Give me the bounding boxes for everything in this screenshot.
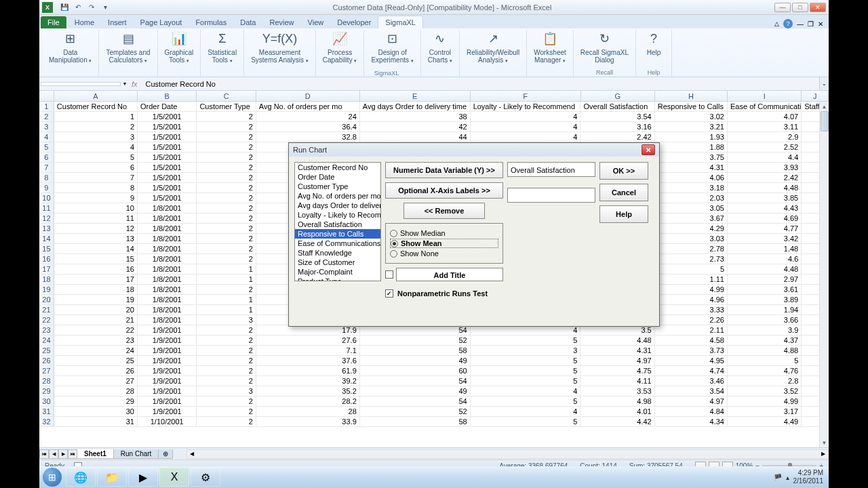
- tab-view[interactable]: View: [301, 16, 331, 28]
- cell[interactable]: 4.95: [655, 356, 728, 365]
- cell[interactable]: 4.48: [728, 183, 802, 192]
- listbox-item[interactable]: Customer Record No: [295, 163, 380, 172]
- cell[interactable]: 3.85: [728, 193, 802, 203]
- tab-sigmaxl[interactable]: SigmaXL: [378, 16, 423, 28]
- tab-formulas[interactable]: Formulas: [189, 16, 233, 28]
- ribbon-button[interactable]: Y=f(X)MeasurementSystems Analysis ▾: [248, 30, 311, 65]
- cell[interactable]: 4.01: [580, 407, 654, 416]
- cell[interactable]: 4.49: [728, 417, 802, 426]
- cell[interactable]: 4.48: [728, 264, 802, 274]
- ribbon-button[interactable]: 📈ProcessCapability ▾: [320, 30, 360, 65]
- cell[interactable]: 3.54: [580, 112, 654, 121]
- cell[interactable]: 2.03: [655, 193, 728, 203]
- tab-file[interactable]: File: [41, 16, 66, 28]
- cell[interactable]: 1/8/2001: [138, 244, 197, 253]
- row-header[interactable]: 27: [39, 366, 54, 375]
- minimize-button[interactable]: —: [774, 3, 791, 12]
- cell[interactable]: 6: [54, 163, 138, 172]
- cell[interactable]: 2: [197, 336, 256, 345]
- cell[interactable]: 2.42: [728, 173, 802, 182]
- cell[interactable]: 19: [54, 295, 138, 304]
- cell[interactable]: 37.6: [256, 356, 360, 365]
- cell[interactable]: 1/8/2001: [138, 315, 197, 325]
- cell[interactable]: 58: [360, 417, 471, 426]
- cell[interactable]: 1/5/2001: [138, 173, 197, 182]
- tab-developer[interactable]: Developer: [330, 16, 378, 28]
- x-axis-labels-button[interactable]: Optional X-Axis Labels >>: [385, 182, 503, 199]
- cell[interactable]: 1/9/2001: [138, 376, 197, 386]
- cell[interactable]: 1: [197, 295, 256, 304]
- listbox-item[interactable]: Staff Knowledge: [295, 248, 380, 258]
- cell[interactable]: 4.76: [728, 366, 802, 375]
- cell[interactable]: 61.9: [256, 366, 360, 375]
- row-header[interactable]: 13: [39, 224, 54, 233]
- cell[interactable]: 24: [256, 112, 360, 121]
- cell[interactable]: 2: [197, 224, 256, 233]
- cell[interactable]: 2: [197, 285, 256, 294]
- cell[interactable]: 5: [728, 356, 802, 365]
- header-cell[interactable]: Avg No. of orders per mo: [256, 102, 360, 111]
- dialog-close-button[interactable]: ✕: [642, 144, 655, 155]
- row-header[interactable]: 26: [39, 356, 54, 365]
- cell[interactable]: 11: [54, 214, 138, 223]
- cell[interactable]: 2: [197, 193, 256, 203]
- cell[interactable]: 1/8/2001: [138, 214, 197, 223]
- cell[interactable]: 1/8/2001: [138, 274, 197, 284]
- cell[interactable]: 1/8/2001: [138, 264, 197, 274]
- sheet-nav-first[interactable]: ⏮: [39, 449, 49, 459]
- cell[interactable]: 54: [360, 325, 471, 335]
- save-icon[interactable]: 💾: [60, 3, 69, 12]
- cell[interactable]: 2.11: [655, 325, 728, 335]
- cell[interactable]: 3.54: [655, 386, 728, 396]
- cell[interactable]: 1.48: [728, 244, 802, 253]
- ribbon-button[interactable]: 📊GraphicalTools ▾: [162, 30, 197, 65]
- cell[interactable]: 1/9/2001: [138, 366, 197, 375]
- scroll-down-icon[interactable]: ▼: [820, 438, 829, 447]
- col-header[interactable]: H: [655, 91, 728, 101]
- row-header[interactable]: 12: [39, 214, 54, 223]
- cell[interactable]: 2: [197, 173, 256, 182]
- cell[interactable]: 2: [197, 183, 256, 192]
- cell[interactable]: 3.52: [728, 386, 802, 396]
- cell[interactable]: 2: [197, 325, 256, 335]
- task-media[interactable]: ▶: [128, 468, 158, 487]
- workbook-minimize-icon[interactable]: —: [797, 20, 804, 28]
- cell[interactable]: 4.99: [728, 396, 802, 406]
- cell[interactable]: 29: [54, 396, 138, 406]
- listbox-item[interactable]: Overall Satisfaction: [295, 220, 380, 229]
- cell[interactable]: 58: [360, 346, 471, 355]
- cell[interactable]: 1.88: [655, 142, 728, 152]
- cell[interactable]: 30: [54, 407, 138, 416]
- cell[interactable]: 5: [471, 417, 581, 426]
- cell[interactable]: 5: [655, 264, 728, 274]
- show-mean-radio[interactable]: Show Mean: [390, 239, 498, 248]
- col-header[interactable]: C: [197, 91, 256, 101]
- listbox-item[interactable]: Ease of Communications: [295, 239, 380, 248]
- cell[interactable]: 4: [471, 132, 581, 142]
- cell[interactable]: 1/5/2001: [138, 193, 197, 203]
- header-cell[interactable]: Avg days Order to delivery time: [360, 102, 471, 111]
- cell[interactable]: 4.97: [655, 396, 728, 406]
- tab-home[interactable]: Home: [68, 16, 101, 28]
- cell[interactable]: 3.9: [728, 325, 802, 335]
- name-box[interactable]: [41, 82, 121, 86]
- cell[interactable]: 3: [471, 346, 581, 355]
- cell[interactable]: 1.11: [655, 274, 728, 284]
- row-header[interactable]: 4: [39, 132, 54, 142]
- cell[interactable]: 3.53: [580, 386, 654, 396]
- cell[interactable]: 17: [54, 274, 138, 284]
- nonparametric-checkbox[interactable]: ✓: [385, 289, 393, 298]
- cell[interactable]: 12: [54, 224, 138, 233]
- cell[interactable]: 38: [360, 112, 471, 121]
- task-ie[interactable]: 🌐: [66, 468, 96, 487]
- redo-icon[interactable]: ↷: [87, 3, 96, 12]
- row-header[interactable]: 31: [39, 407, 54, 416]
- cell[interactable]: 2.78: [655, 244, 728, 253]
- cell[interactable]: 18: [54, 285, 138, 294]
- sheet-nav-prev[interactable]: ◀: [49, 449, 58, 459]
- cell[interactable]: 2.42: [580, 132, 654, 142]
- cell[interactable]: 31: [54, 417, 138, 426]
- cell[interactable]: 21: [54, 315, 138, 325]
- minimize-ribbon-icon[interactable]: △: [774, 20, 779, 27]
- cell[interactable]: 5: [54, 152, 138, 162]
